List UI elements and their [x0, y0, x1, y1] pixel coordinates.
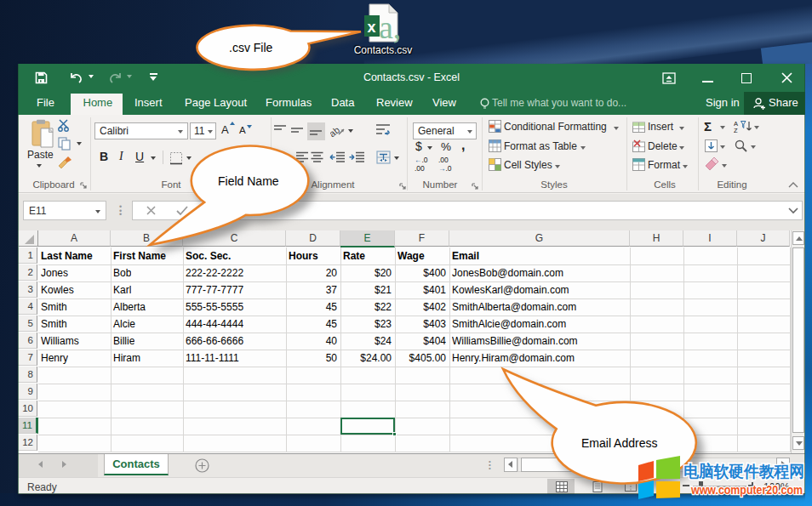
svg-text:www.computer20.com: www.computer20.com	[690, 482, 803, 497]
svg-text:a,: a,	[379, 9, 401, 44]
svg-text:Z: Z	[734, 127, 738, 133]
svg-text:电脑软硬件教程网: 电脑软硬件教程网	[683, 462, 804, 480]
svg-text:ab: ab	[330, 124, 341, 139]
